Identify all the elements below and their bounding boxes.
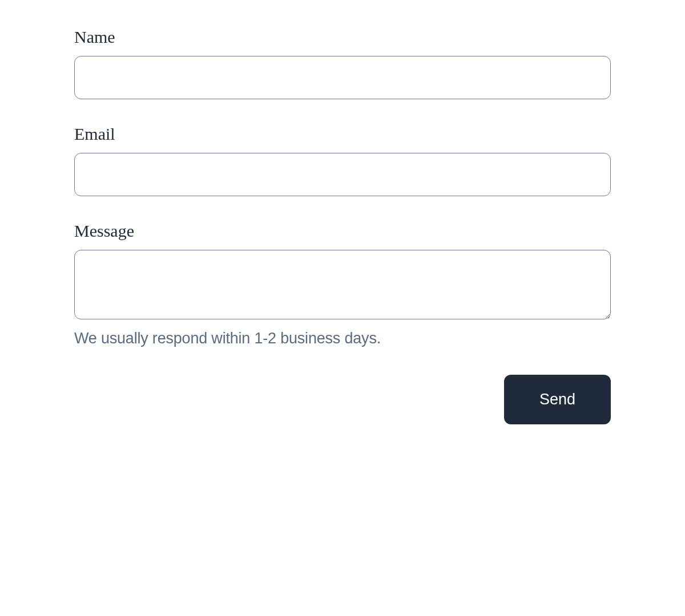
send-button[interactable]: Send bbox=[504, 375, 611, 424]
message-textarea[interactable] bbox=[74, 250, 611, 319]
contact-form: Name Email Message We usually respond wi… bbox=[74, 27, 611, 424]
email-field-group: Email bbox=[74, 124, 611, 196]
name-field-group: Name bbox=[74, 27, 611, 99]
name-label: Name bbox=[74, 27, 611, 47]
message-field-group: Message bbox=[74, 221, 611, 322]
message-label: Message bbox=[74, 221, 611, 241]
name-input[interactable] bbox=[74, 56, 611, 99]
email-input[interactable] bbox=[74, 153, 611, 196]
button-row: Send bbox=[74, 375, 611, 424]
help-text: We usually respond within 1-2 business d… bbox=[74, 330, 611, 347]
email-label: Email bbox=[74, 124, 611, 144]
